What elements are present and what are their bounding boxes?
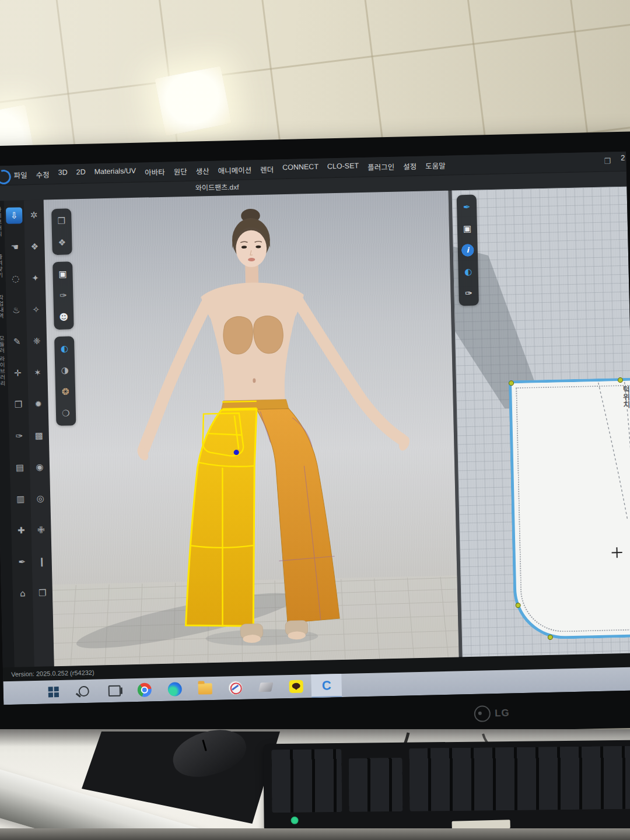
menu-item[interactable]: 플러그인 xyxy=(368,161,394,173)
pattern-annotation: 턱위치 xyxy=(620,386,630,408)
measure-tool-icon[interactable]: ✛ xyxy=(9,365,26,382)
search-icon[interactable] xyxy=(68,680,99,704)
show-avatar-icon[interactable]: ☻ xyxy=(55,309,72,326)
menu-item[interactable]: 2D xyxy=(76,168,85,179)
menu-item[interactable]: 수정 xyxy=(36,169,49,180)
pattern-info-icon[interactable]: i xyxy=(459,242,476,259)
show-fabric-blue-icon[interactable]: ◐ xyxy=(56,340,73,357)
corner-partial-text: 2 xyxy=(621,153,625,162)
pants-pattern-piece[interactable]: 턱위치 xyxy=(509,375,630,640)
photo-scene: 파일수정3D2DMaterials/UV아바타원단생산애니메이션렌더CONNEC… xyxy=(0,0,630,840)
sidebar-tab[interactable]: 즐겨찾기 xyxy=(0,254,4,278)
viewport-3d[interactable]: ❒❖ ▣✑☻ ◐◑❂❍ xyxy=(44,191,459,667)
sewing-machine-tool-icon[interactable]: ✎ xyxy=(9,333,26,350)
buttonhole-tool-icon[interactable]: ◎ xyxy=(32,490,49,507)
view-gizmo-group: ❒❖ xyxy=(51,208,72,255)
show-avatar-group: ◐◑❂❍ xyxy=(54,336,76,426)
clo3d-application-window: 파일수정3D2DMaterials/UV아바타원단생산애니메이션렌더CONNEC… xyxy=(0,152,630,705)
version-text: Version: 2025.0.252 (r54232) xyxy=(11,669,94,678)
fold-arrangement-tool-icon[interactable]: ❐ xyxy=(10,396,27,413)
sidebar-tab[interactable]: 작업내역 xyxy=(0,295,5,319)
pin-tool-icon[interactable]: ✑ xyxy=(11,428,28,444)
garment-outline-icon[interactable]: ❖ xyxy=(54,234,71,251)
cursor-crosshair xyxy=(611,547,622,558)
lasso-select-tool-icon[interactable]: ◌ xyxy=(7,270,24,287)
garment-pressure-tool-icon[interactable]: ❈ xyxy=(29,332,46,349)
menu-item[interactable]: 원단 xyxy=(173,166,187,177)
show-mannequin-icon[interactable]: ❂ xyxy=(57,383,74,400)
layer-tool-icon[interactable]: ▥ xyxy=(12,491,29,508)
left-arm xyxy=(141,303,210,449)
menu-item[interactable]: Materials/UV xyxy=(94,167,136,179)
trim-tool-icon[interactable]: ✹ xyxy=(30,396,47,412)
stitch-tool-icon[interactable]: ✚ xyxy=(13,522,30,539)
keyboard xyxy=(263,740,630,833)
dock-window-icon[interactable]: ❐ xyxy=(604,156,611,165)
sidebar-tab[interactable]: 모듈러 라이브러리 xyxy=(0,335,6,387)
lg-ring-icon xyxy=(474,705,491,722)
menu-item[interactable]: 설정 xyxy=(403,160,416,172)
menu-item[interactable]: CONNECT xyxy=(282,163,318,174)
menu-item[interactable]: 렌더 xyxy=(260,163,274,175)
desk-edge xyxy=(0,828,630,840)
viewport-2d[interactable]: ✒▣i◐✑ 턱위치 xyxy=(452,187,630,657)
edit-pattern-pen-icon[interactable]: ✒ xyxy=(459,199,475,216)
garment-drape-tool-icon[interactable]: ✦ xyxy=(27,270,44,286)
garment-fit-tool-icon[interactable]: ✧ xyxy=(28,301,45,318)
hand-pan-tool-icon[interactable]: ☚ xyxy=(6,239,23,256)
zipper-puller-tool-icon[interactable]: ❙ xyxy=(33,553,50,570)
main-area: 라이브러리즐겨찾기작업내역모듈러 라이브러리 ⇩☚◌♨✎✛❐✑▤▥✚✒⌂ ✲❖✦… xyxy=(0,187,630,667)
menu-item[interactable]: 아바타 xyxy=(145,166,165,178)
show-fabric-icon[interactable]: ◐ xyxy=(460,264,477,281)
menu-item[interactable]: 파일 xyxy=(13,169,27,181)
select-move-tool-icon[interactable]: ⇩ xyxy=(6,207,23,224)
bra-left-cup xyxy=(223,316,253,355)
file-explorer-icon[interactable] xyxy=(190,677,220,701)
pattern-point[interactable] xyxy=(548,635,553,640)
lg-logo: LG xyxy=(474,705,510,722)
edge-icon[interactable] xyxy=(159,677,190,701)
button-tool-icon[interactable]: ◉ xyxy=(32,459,48,475)
show-pattern-icon[interactable]: ▣ xyxy=(459,220,476,237)
garment-strain-tool-icon[interactable]: ✶ xyxy=(29,364,46,381)
pattern-internal-lines xyxy=(512,378,630,637)
pen-tool-icon[interactable]: ✒ xyxy=(13,554,30,570)
floor xyxy=(52,575,459,666)
right-arm xyxy=(298,299,402,442)
start-button[interactable] xyxy=(38,680,69,704)
viewport-2d-toolbar: ✒▣i◐✑ xyxy=(457,195,479,306)
sidebar-tab[interactable]: 라이브러리 xyxy=(0,206,3,237)
grading-tool-icon[interactable]: ⌂ xyxy=(15,585,32,602)
lg-brand-text: LG xyxy=(495,708,510,720)
pants-left-leg-selected[interactable] xyxy=(181,410,261,628)
show-ground-globe-icon[interactable]: ❍ xyxy=(58,405,75,422)
clo-app-icon-active[interactable]: C xyxy=(311,674,342,698)
pattern-cad-app-icon[interactable] xyxy=(220,676,251,700)
gizmo-cube-icon[interactable]: ❒ xyxy=(53,212,70,229)
fabric-tool-icon[interactable]: ▤ xyxy=(12,459,29,476)
menu-item[interactable]: 도움말 xyxy=(425,160,446,172)
chrome-icon[interactable] xyxy=(129,678,160,702)
avatar-3d-model[interactable] xyxy=(44,191,459,667)
keyboard-numpad xyxy=(271,749,342,813)
desk xyxy=(0,729,630,840)
steam-iron-tool-icon[interactable]: ♨ xyxy=(8,302,25,318)
keyboard-led xyxy=(291,817,299,824)
keyboard-nav-keys xyxy=(348,758,402,812)
show-fabric-gray-icon[interactable]: ◑ xyxy=(57,362,74,379)
viewer-app-icon[interactable] xyxy=(250,675,281,699)
menu-item[interactable]: 생산 xyxy=(195,165,209,177)
fabric-roll-tool-icon[interactable]: ❒ xyxy=(34,584,51,601)
simulate-garment-tool-icon[interactable]: ❖ xyxy=(26,239,43,256)
zipper-tool-icon[interactable]: ✙ xyxy=(33,522,50,538)
texture-shirt-tool-icon[interactable]: ▩ xyxy=(31,427,48,444)
avatar-pose-tool-icon[interactable]: ✲ xyxy=(26,207,43,224)
pin-pattern-icon[interactable]: ✑ xyxy=(460,285,477,302)
show-garment-icon[interactable]: ▣ xyxy=(54,265,71,282)
task-view-icon[interactable] xyxy=(99,678,130,702)
menu-item[interactable]: 애니메이션 xyxy=(218,164,251,176)
kakaotalk-icon[interactable] xyxy=(281,674,312,698)
menu-item[interactable]: 3D xyxy=(58,169,67,180)
pin-view-icon[interactable]: ✑ xyxy=(55,287,72,304)
menu-item[interactable]: CLO-SET xyxy=(327,162,359,173)
